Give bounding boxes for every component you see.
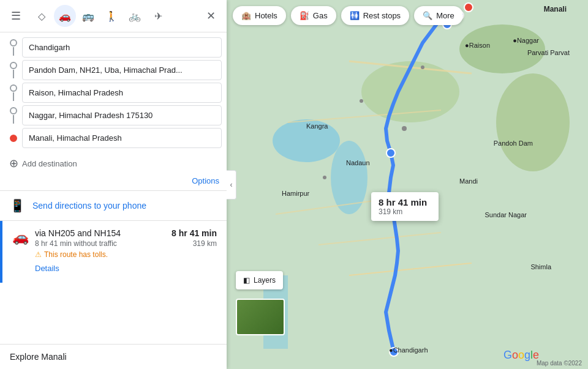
toll-text: This route has tolls.	[44, 250, 108, 259]
waypoints-list	[0, 32, 227, 153]
waypoint-icon-col-5	[5, 135, 22, 142]
options-row: Options	[0, 174, 227, 191]
route-tolls: ⚠ This route has tolls.	[35, 250, 217, 259]
sundarnagar-label: Sundar Nagar	[485, 211, 527, 218]
route-card[interactable]: 🚗 via NH205 and NH154 8 hr 41 min 8 hr 4…	[0, 221, 227, 283]
svg-point-17	[386, 149, 395, 157]
collapse-panel-button[interactable]: ‹	[227, 170, 236, 199]
shimla-label: Shimla	[530, 263, 551, 270]
transport-modes: ◇ 🚗 🚌 🚶 🚲 ✈	[31, 5, 196, 27]
waypoint-dot-4	[10, 107, 17, 114]
waypoint-input-1[interactable]	[22, 37, 222, 58]
google-logo: Google	[503, 349, 539, 362]
filter-rest-stops-label: Rest stops	[363, 11, 401, 20]
route-card-top: 🚗 via NH205 and NH154 8 hr 41 min 8 hr 4…	[12, 228, 217, 275]
pandoh-dam-label: Pandoh Dam	[494, 140, 533, 147]
svg-point-15	[421, 65, 424, 69]
waypoint-dot-1	[10, 39, 17, 47]
waypoint-line-1	[13, 47, 14, 56]
send-phone-icon: 📱	[10, 198, 25, 213]
search-icon: 🔍	[423, 11, 432, 20]
toolbar: ☰ ◇ 🚗 🚌 🚶 🚲 ✈ ✕	[0, 0, 227, 32]
transport-mode-flight[interactable]: ✈	[147, 5, 169, 27]
send-directions-row[interactable]: 📱 Send directions to your phone	[0, 191, 227, 221]
filter-gas-button[interactable]: ⛽ Gas	[291, 6, 336, 25]
menu-icon[interactable]: ☰	[6, 6, 26, 26]
svg-point-14	[323, 176, 326, 179]
svg-point-6	[496, 73, 570, 171]
waypoint-row-2	[5, 60, 222, 80]
route-secondary: 8 hr 41 min without traffic 319 km	[35, 239, 217, 248]
popup-distance-text: 319 km	[379, 207, 431, 216]
transport-mode-bike[interactable]: 🚲	[124, 5, 146, 27]
add-destination-row[interactable]: ⊕ Add destination	[0, 153, 227, 174]
map-thumbnail[interactable]	[236, 299, 285, 335]
waypoint-input-2[interactable]	[22, 60, 222, 80]
filter-more-label: More	[436, 11, 454, 20]
waypoint-icon-col-1	[5, 39, 22, 56]
waypoint-icon-col-3	[5, 84, 22, 102]
waypoint-input-3[interactable]	[22, 83, 222, 103]
waypoint-row-5	[5, 128, 222, 148]
waypoint-row-4	[5, 105, 222, 125]
rest-stops-icon: 🚻	[350, 11, 360, 20]
parvati-label: Parvati Parvat	[527, 49, 570, 56]
details-button[interactable]: Details	[35, 261, 59, 275]
gas-icon: ⛽	[300, 11, 309, 20]
waypoint-dot-3	[10, 84, 17, 92]
explore-row[interactable]: Explore Manali	[0, 344, 227, 369]
waypoint-row-1	[5, 37, 222, 58]
transport-mode-car[interactable]: 🚗	[54, 5, 76, 27]
mandi-label: Mandi	[459, 177, 478, 185]
transport-mode-walk[interactable]: 🚶	[100, 5, 123, 27]
left-panel: ☰ ◇ 🚗 🚌 🚶 🚲 ✈ ✕	[0, 0, 227, 369]
naggar-label: ●Naggar	[513, 37, 539, 44]
waypoint-dot-2	[10, 62, 17, 69]
toll-warning-icon: ⚠	[35, 250, 42, 259]
map-topbar: 🏨 Hotels ⛽ Gas 🚻 Rest stops 🔍 More	[233, 6, 582, 25]
filter-hotels-button[interactable]: 🏨 Hotels	[233, 6, 286, 25]
transport-mode-suggest[interactable]: ◇	[31, 5, 53, 27]
duration-popup: 8 hr 41 min 319 km	[371, 192, 439, 221]
waypoint-line-4	[13, 115, 14, 124]
route-car-icon: 🚗	[12, 229, 29, 245]
layers-icon: ◧	[243, 276, 250, 285]
nadaun-label: Nadaun	[346, 159, 370, 166]
svg-point-12	[402, 126, 407, 131]
route-subtext: 8 hr 41 min without traffic	[35, 239, 117, 248]
options-button[interactable]: Options	[192, 176, 219, 185]
chandigarh-label: ●Chandigarh	[389, 346, 428, 354]
svg-point-2	[331, 141, 368, 214]
close-icon[interactable]: ✕	[201, 6, 221, 26]
raison-label: ●Raison	[465, 42, 490, 49]
layers-button[interactable]: ◧ Layers	[236, 271, 283, 289]
route-distance: 319 km	[193, 239, 217, 248]
waypoint-input-4[interactable]	[22, 105, 222, 125]
svg-point-13	[360, 99, 363, 103]
map-area: Manali ●Naggar ●Raison Pandoh Dam ●Chand…	[227, 0, 588, 369]
waypoint-row-3	[5, 83, 222, 103]
route-via: via NH205 and NH154	[35, 228, 121, 238]
waypoint-dot-5	[10, 135, 17, 142]
send-directions-label: Send directions to your phone	[32, 201, 146, 211]
waypoint-icon-col-2	[5, 62, 22, 79]
route-info: via NH205 and NH154 8 hr 41 min 8 hr 41 …	[35, 228, 217, 275]
add-destination-icon: ⊕	[5, 157, 22, 170]
waypoint-input-5[interactable]	[22, 128, 222, 148]
hotel-icon: 🏨	[241, 11, 251, 20]
waypoint-icon-col-4	[5, 107, 22, 124]
hamirpur-label: Hamirpur	[282, 190, 309, 197]
layers-label: Layers	[254, 276, 276, 285]
add-destination-label: Add destination	[22, 159, 77, 168]
waypoint-line-3	[13, 92, 14, 101]
filter-rest-stops-button[interactable]: 🚻 Rest stops	[341, 6, 409, 25]
waypoint-line-2	[13, 70, 14, 78]
filter-gas-label: Gas	[313, 11, 328, 20]
filter-hotels-label: Hotels	[255, 11, 277, 20]
popup-duration-text: 8 hr 41 min	[379, 197, 431, 207]
transport-mode-transit[interactable]: 🚌	[77, 5, 99, 27]
map-data-text: Map data ©2022	[537, 360, 582, 367]
filter-more-button[interactable]: 🔍 More	[414, 6, 463, 25]
route-duration: 8 hr 41 min	[172, 228, 217, 238]
kangra-label: Kangra	[306, 122, 328, 130]
